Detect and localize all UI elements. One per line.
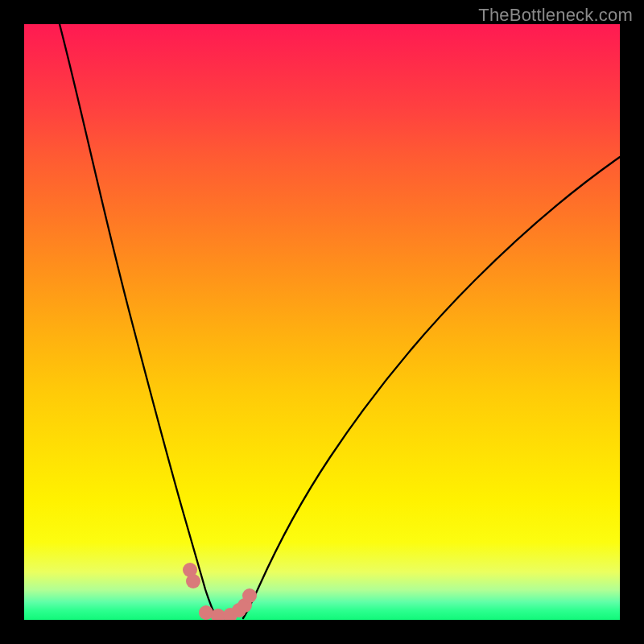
curve-right-branch: [243, 157, 620, 618]
trough-markers-group: [183, 563, 257, 620]
plot-area: [24, 24, 620, 620]
svg-point-7: [242, 588, 257, 603]
curve-left-branch: [60, 24, 217, 618]
svg-point-1: [186, 574, 200, 588]
chart-frame: { "watermark": "TheBottleneck.com", "cha…: [0, 0, 644, 644]
watermark-text: TheBottleneck.com: [478, 5, 633, 26]
chart-svg: [24, 24, 620, 620]
